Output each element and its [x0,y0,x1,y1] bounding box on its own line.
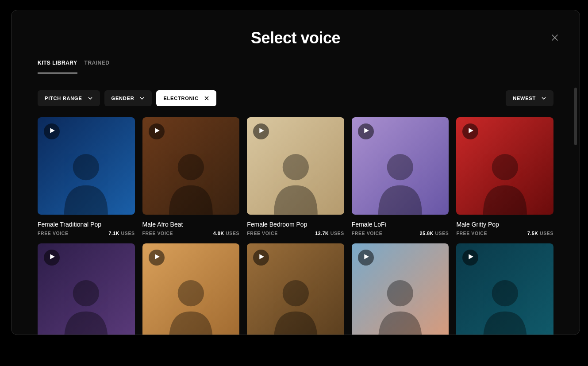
voice-title: Male Gritty Pop [456,221,553,228]
remove-icon [204,96,209,101]
play-button[interactable] [358,250,374,266]
play-icon [48,127,55,135]
svg-point-1 [178,154,204,180]
filter-label: GENDER [111,96,135,101]
filter-tag-electronic[interactable]: ELECTRONIC [156,90,216,106]
svg-point-5 [73,280,99,306]
voice-badge: FREE VOICE [247,231,278,236]
play-button[interactable] [44,250,60,266]
svg-point-6 [178,280,204,306]
modal-title: Select voice [251,29,340,47]
voice-uses: 7.1K USES [108,231,135,236]
tab-trained[interactable]: TRAINED [85,55,110,73]
play-icon [153,254,160,262]
voice-thumbnail [142,243,240,335]
play-button[interactable] [44,123,60,139]
voice-badge: FREE VOICE [456,231,487,236]
voice-thumbnail [456,117,553,215]
filter-label: PITCH RANGE [45,96,82,101]
play-icon [362,127,369,135]
voice-meta: FREE VOICE 25.8K USES [352,231,449,236]
voice-thumbnail [38,117,135,215]
play-icon [48,254,55,262]
chevron-down-icon [139,96,145,101]
filters-row: PITCH RANGE GENDER ELECTRONIC NEWEST [12,74,580,106]
filter-gender[interactable]: GENDER [104,90,152,106]
voice-thumbnail [352,117,449,215]
voice-card[interactable] [38,243,135,335]
voice-card[interactable] [142,243,240,335]
chevron-down-icon [88,96,93,101]
modal-header: Select voice [12,10,580,55]
filter-pitch-range[interactable]: PITCH RANGE [38,90,100,106]
svg-point-7 [282,280,308,306]
sort-dropdown[interactable]: NEWEST [506,90,553,106]
play-icon [362,254,369,262]
chevron-down-icon [541,96,546,101]
play-button[interactable] [358,123,374,139]
select-voice-modal: Select voice KITS LIBRARY TRAINED PITCH … [11,10,580,335]
voice-uses: 25.8K USES [420,231,449,236]
voice-card[interactable] [352,243,449,335]
tabs: KITS LIBRARY TRAINED [12,55,580,74]
voice-uses: 4.0K USES [213,231,239,236]
play-button[interactable] [253,250,269,266]
play-icon [257,254,265,262]
voice-title: Male Afro Beat [142,221,240,228]
svg-point-4 [492,154,518,180]
play-button[interactable] [462,250,478,266]
svg-point-9 [492,280,518,306]
voice-card[interactable]: Female LoFi FREE VOICE 25.8K USES [352,117,449,236]
play-icon [467,127,474,135]
voice-thumbnail [456,243,553,335]
close-icon [550,33,560,44]
filters-left: PITCH RANGE GENDER ELECTRONIC [38,90,216,106]
voice-thumbnail [142,117,240,215]
voice-card[interactable]: Male Gritty Pop FREE VOICE 7.5K USES [456,117,553,236]
voice-thumbnail [247,117,344,215]
voice-meta: FREE VOICE 4.0K USES [142,231,240,236]
play-icon [257,127,265,135]
voice-uses: 7.5K USES [527,231,553,236]
voice-thumbnail [247,243,344,335]
voice-badge: FREE VOICE [38,231,69,236]
voice-card[interactable]: Female Bedroom Pop FREE VOICE 12.7K USES [247,117,344,236]
svg-point-2 [282,154,308,180]
voice-uses: 12.7K USES [315,231,344,236]
voice-meta: FREE VOICE 12.7K USES [247,231,344,236]
voice-title: Female Bedroom Pop [247,221,344,228]
scrollbar[interactable] [574,88,577,145]
play-button[interactable] [253,123,269,139]
svg-point-3 [387,154,413,180]
voice-meta: FREE VOICE 7.5K USES [456,231,553,236]
play-button[interactable] [149,123,165,139]
svg-point-0 [73,154,99,180]
voice-badge: FREE VOICE [142,231,173,236]
voice-thumbnail [38,243,135,335]
voice-title: Female Traditional Pop [38,221,135,228]
voice-card[interactable] [247,243,344,335]
voice-title: Female LoFi [352,221,449,228]
play-button[interactable] [149,250,165,266]
filters-right: NEWEST [506,90,553,106]
voice-grid: Female Traditional Pop FREE VOICE 7.1K U… [12,106,580,335]
play-icon [467,254,474,262]
voice-thumbnail [352,243,449,335]
voice-badge: FREE VOICE [352,231,383,236]
close-button[interactable] [548,31,562,46]
voice-meta: FREE VOICE 7.1K USES [38,231,135,236]
svg-point-8 [387,280,413,306]
voice-card[interactable]: Female Traditional Pop FREE VOICE 7.1K U… [38,117,135,236]
play-icon [153,127,160,135]
sort-label: NEWEST [513,96,536,101]
filter-label: ELECTRONIC [163,96,199,101]
voice-card[interactable]: Male Afro Beat FREE VOICE 4.0K USES [142,117,240,236]
tab-kits-library[interactable]: KITS LIBRARY [38,55,77,73]
voice-card[interactable] [456,243,553,335]
